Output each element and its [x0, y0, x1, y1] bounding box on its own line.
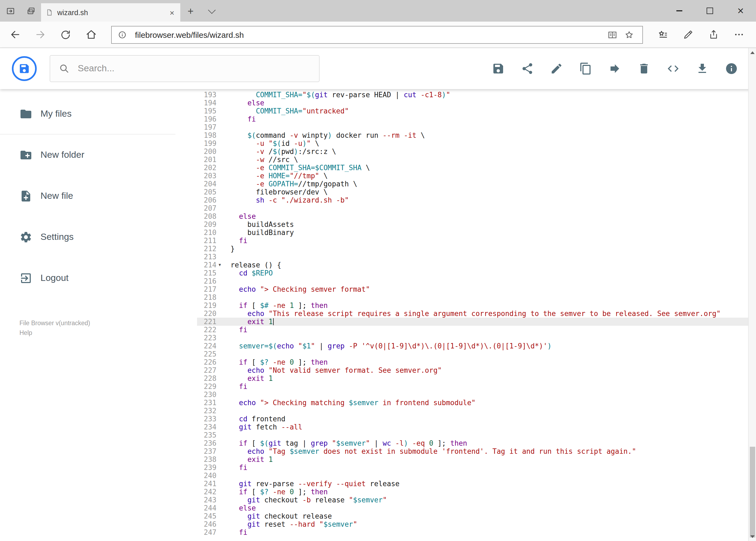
code-line[interactable]: 217 echo "> Checking semver format" — [197, 285, 748, 293]
code-line[interactable]: 220 echo "This release script requires a… — [197, 309, 748, 317]
sidebar-item-new-file[interactable]: New file — [0, 176, 175, 217]
forward-button[interactable] — [28, 23, 53, 46]
filebrowser-logo[interactable] — [12, 56, 37, 81]
code-line[interactable]: 215 cd $REPO — [197, 269, 748, 277]
home-button[interactable] — [78, 23, 104, 46]
reading-view-icon[interactable] — [604, 29, 621, 40]
code-line[interactable]: 234 git fetch --all — [197, 423, 748, 431]
code-line[interactable]: 225 — [197, 350, 748, 358]
code-line[interactable]: 222 fi — [197, 326, 748, 334]
back-button[interactable] — [2, 23, 28, 46]
hub-favorites-icon[interactable] — [650, 23, 675, 46]
code-editor[interactable]: 193 COMMIT_SHA="$(git rev-parse HEAD | c… — [197, 89, 748, 541]
code-line[interactable]: 240 — [197, 472, 748, 480]
code-line[interactable]: 241 git rev-parse --verify --quiet relea… — [197, 480, 748, 488]
code-line[interactable]: 211 fi — [197, 237, 748, 245]
sidebar-item-my-files[interactable]: My files — [0, 94, 175, 135]
code-line[interactable]: 214▾release () { — [197, 261, 748, 269]
vertical-scrollbar[interactable] — [748, 48, 756, 541]
code-line[interactable]: 228 exit 1 — [197, 374, 748, 382]
tab-close-icon[interactable]: × — [168, 8, 175, 16]
save-icon[interactable] — [491, 62, 504, 75]
code-line[interactable]: 206 sh -c "./wizard.sh -b" — [197, 196, 748, 204]
info-icon[interactable] — [725, 62, 738, 75]
code-line[interactable]: 210 buildBinary — [197, 229, 748, 237]
code-line[interactable]: 244 else — [197, 504, 748, 512]
code-line[interactable]: 207 — [197, 204, 748, 212]
code-line[interactable]: 200 -v /$(pwd):/src:z \ — [197, 148, 748, 156]
code-line[interactable]: 237 echo "Tag $semver does not exist in … — [197, 447, 748, 455]
code-line[interactable]: 196 fi — [197, 115, 748, 123]
browser-tab[interactable]: wizard.sh × — [41, 3, 180, 22]
code-line[interactable]: 197 — [197, 123, 748, 131]
sidebar-item-settings[interactable]: Settings — [0, 217, 175, 258]
tab-list-chevron-icon[interactable] — [201, 0, 221, 22]
favorite-star-icon[interactable] — [621, 29, 637, 40]
code-line[interactable]: 204 -e GOPATH=//tmp/gopath \ — [197, 180, 748, 188]
code-line[interactable]: 201 -w //src \ — [197, 156, 748, 164]
code-line[interactable]: 246 git reset --hard "$semver" — [197, 520, 748, 528]
help-link[interactable]: Help — [19, 328, 90, 337]
search-box[interactable] — [50, 55, 320, 82]
code-line[interactable]: 242 if [ $? -ne 0 ]; then — [197, 488, 748, 496]
code-line[interactable]: 209 buildAssets — [197, 221, 748, 229]
code-line[interactable]: 195 COMMIT_SHA="untracked" — [197, 107, 748, 115]
code-line[interactable]: 238 exit 1 — [197, 455, 748, 463]
sidebar-item-logout[interactable]: Logout — [0, 258, 175, 299]
code-line[interactable]: 218 — [197, 293, 748, 301]
code-line[interactable]: 202 -e COMMIT_SHA=$COMMIT_SHA \ — [197, 164, 748, 172]
edit-icon[interactable] — [550, 62, 563, 75]
download-icon[interactable] — [695, 62, 708, 75]
tabs-set-aside-icon[interactable] — [0, 0, 21, 22]
code-line[interactable]: 219 if [ $# -ne 1 ]; then — [197, 301, 748, 309]
code-line[interactable]: 203 -e HOME="//tmp" \ — [197, 172, 748, 180]
code-line[interactable]: 226 if [ $? -ne 0 ]; then — [197, 358, 748, 366]
code-line[interactable]: 233 cd frontend — [197, 415, 748, 423]
copy-icon[interactable] — [579, 62, 592, 75]
scroll-up-arrow-icon[interactable] — [750, 51, 754, 54]
close-button[interactable]: × — [725, 0, 756, 22]
code-line[interactable]: 193 COMMIT_SHA="$(git rev-parse HEAD | c… — [197, 91, 748, 99]
new-tab-button[interactable]: + — [180, 0, 201, 22]
code-line[interactable]: 223 — [197, 334, 748, 342]
code-line[interactable]: 221 exit 1 — [197, 317, 748, 326]
fold-arrow-icon[interactable]: ▾ — [216, 261, 230, 269]
code-line[interactable]: 232 — [197, 407, 748, 415]
web-note-pen-icon[interactable] — [675, 23, 701, 46]
refresh-button[interactable] — [53, 23, 78, 46]
code-line[interactable]: 247 fi — [197, 528, 748, 536]
code-line[interactable]: 213 — [197, 253, 748, 261]
code-line[interactable]: 229 fi — [197, 382, 748, 390]
scrollbar-thumb[interactable] — [750, 447, 755, 537]
share-icon[interactable] — [701, 23, 726, 46]
scroll-down-arrow-icon[interactable] — [750, 535, 754, 538]
code-line[interactable]: 212} — [197, 245, 748, 253]
minimize-button[interactable] — [664, 0, 694, 22]
address-bar[interactable]: filebrowser.web/files/wizard.sh — [111, 26, 642, 44]
search-input[interactable] — [77, 63, 319, 75]
code-line[interactable]: 224 semver=$(echo "$1" | grep -P '^v(0|[… — [197, 342, 748, 350]
sidebar-item-new-folder[interactable]: New folder — [0, 135, 175, 176]
code-line[interactable]: 239 fi — [197, 463, 748, 472]
more-options-icon[interactable] — [726, 23, 752, 46]
url-text[interactable]: filebrowser.web/files/wizard.sh — [135, 30, 604, 39]
code-line[interactable]: 216 — [197, 277, 748, 285]
page-info-icon[interactable] — [117, 30, 130, 39]
move-icon[interactable] — [608, 62, 621, 75]
code-line[interactable]: 205 filebrowser/dev \ — [197, 188, 748, 196]
code-line[interactable]: 230 — [197, 390, 748, 399]
tab-preview-icon[interactable] — [21, 0, 41, 22]
code-line[interactable]: 198 $(command -v winpty) docker run --rm… — [197, 131, 748, 139]
code-line[interactable]: 208 else — [197, 212, 748, 221]
code-line[interactable]: 235 — [197, 431, 748, 439]
code-line[interactable]: 236 if [ $(git tag | grep "$semver" | wc… — [197, 439, 748, 447]
code-view-icon[interactable] — [666, 62, 679, 75]
code-line[interactable]: 199 -u "$(id -u)" \ — [197, 139, 748, 148]
delete-icon[interactable] — [637, 62, 650, 75]
code-line[interactable]: 231 echo "> Checking matching $semver in… — [197, 399, 748, 407]
code-line[interactable]: 243 git checkout -b release "$semver" — [197, 496, 748, 504]
maximize-button[interactable] — [694, 0, 725, 22]
share-file-icon[interactable] — [521, 62, 534, 75]
code-line[interactable]: 227 echo "Not valid semver format. See s… — [197, 366, 748, 374]
code-line[interactable]: 194 else — [197, 99, 748, 107]
